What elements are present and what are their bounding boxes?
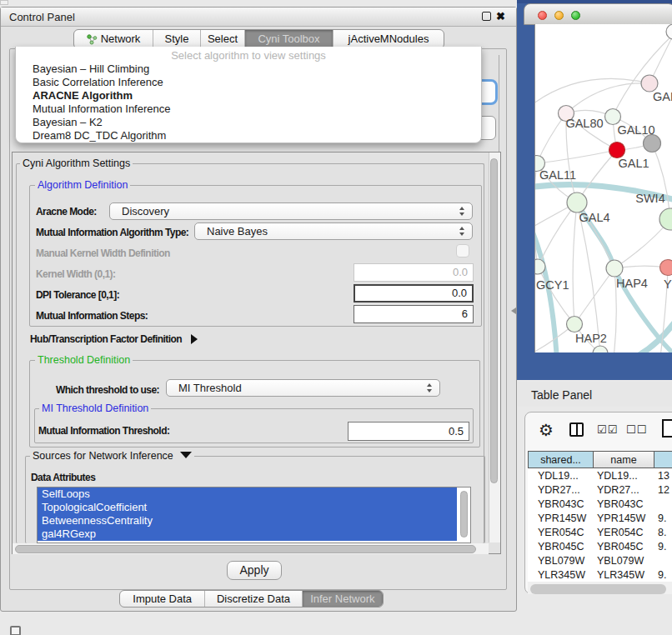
table-cell: YBL079W [528,555,594,567]
control-panel-titlebar[interactable]: Control Panel [1,8,516,27]
tab-cyni-toolbox-label: Cyni Toolbox [258,30,319,48]
table-hscrollbar-thumb[interactable] [530,584,666,594]
network-node-label: HAP2 [575,332,607,345]
dropdown-item[interactable]: Mutual Information Inference [16,102,481,116]
dropdown-item[interactable]: Bayesian – K2 [16,116,481,129]
table-cell: YPR145W [528,512,594,524]
column-header-name[interactable]: name [593,451,654,468]
network-edge[interactable] [574,268,614,324]
network-node[interactable] [593,346,608,352]
kernel-width-field[interactable]: 0.0 [354,263,474,282]
column-header-shared-name-label: shared... [540,454,581,466]
network-edge[interactable] [566,83,649,113]
hub-definition-label: Hub/Transcription Factor Definition [30,333,182,345]
network-node-y[interactable] [660,260,672,276]
attribute-list-item[interactable]: gal4RGexp [38,528,457,541]
network-node[interactable] [644,135,661,152]
table-cell: 9. [654,569,672,581]
table-panel-title: Table Panel [518,382,672,402]
aracne-mode-combo[interactable]: Discovery [109,202,473,220]
mi-type-combo[interactable]: Naive Bayes [194,222,473,240]
mi-type-value: Naive Bayes [207,225,268,238]
hidden-group-edge [499,55,499,155]
attributes-list[interactable]: SelfLoopsTopologicalCoefficientBetweenne… [37,487,471,543]
zoom-traffic-light[interactable] [571,11,580,20]
settings-hscrollbar-thumb[interactable] [15,545,476,553]
algorithm-dropdown[interactable]: Select algorithm to view settings Bayesi… [15,47,482,143]
tab-jactivemnodules[interactable]: jActiveMNodules [333,30,444,48]
tab-infer-network[interactable]: Infer Network [303,591,383,607]
manual-kernel-checkbox[interactable] [456,244,469,258]
mi-type-label: Mutual Information Algorithm Type: [36,227,188,238]
tab-impute-data[interactable]: Impute Data [120,591,205,607]
network-canvas[interactable]: GALGAL80GAL10GAL1GAL11GAL4SWI4HAP4YGCY1H… [534,24,672,352]
network-edge[interactable] [652,143,670,219]
network-node-gal10[interactable] [605,109,621,125]
network-node-gal4[interactable] [567,192,587,212]
tab-cyni-toolbox[interactable]: Cyni Toolbox [245,30,333,48]
tab-discretize-data[interactable]: Discretize Data [205,591,302,607]
kernel-width-label: Kernel Width (0,1): [36,268,115,280]
table-cell: YBR045C [528,541,594,552]
splitter-collapse-icon[interactable] [511,308,516,314]
tab-jactivemnodules-label: jActiveMNodules [349,30,429,48]
tab-select[interactable]: Select [201,30,245,48]
close-traffic-light[interactable] [538,11,547,20]
unselect-all-columns-icon[interactable]: ☐☐ [626,423,647,436]
attribute-list-item[interactable]: SelfLoops [38,488,457,501]
close-icon[interactable]: ✖ [496,12,505,21]
dropdown-item[interactable]: ARACNE Algorithm [16,89,481,102]
attribute-list-item[interactable]: BetweennessCentrality [38,514,457,528]
network-edge[interactable] [573,202,577,324]
which-threshold-combo[interactable]: MI Threshold [166,379,440,397]
network-node-gal1[interactable] [609,142,625,158]
attribute-list-item[interactable]: TopologicalCoefficient [38,501,457,514]
table-row[interactable]: YDL19...YDL19...13 [528,468,672,482]
dpi-field[interactable]: 0.0 [354,284,474,302]
select-all-columns-icon[interactable]: ☑☑ [597,423,618,436]
dropdown-item[interactable]: Dream8 DC_TDC Algorithm [16,129,481,142]
hub-definition-toggle[interactable]: Hub/Transcription Factor Definition [30,333,198,345]
tab-style[interactable]: Style [153,30,201,48]
gear-icon[interactable]: ⚙ [539,420,554,440]
table-row[interactable]: YDR27...YDR27...12 [528,482,672,497]
float-window-icon[interactable] [482,12,491,21]
table-row[interactable]: YBR045CYBR045C9. [528,539,672,553]
apply-button[interactable]: Apply [227,561,282,580]
export-table-icon[interactable] [662,419,672,438]
column-header-partial[interactable] [654,451,672,468]
table-cell: YBR043C [528,498,594,510]
tab-network[interactable]: Network [74,30,153,48]
network-node-hap4[interactable] [606,260,623,277]
table-cell: YER054C [594,527,654,538]
split-view-icon[interactable] [569,422,584,437]
network-node-gal[interactable] [641,75,658,92]
kernel-width-value: 0.0 [453,266,468,278]
dropdown-item[interactable]: Bayesian – Hill Climbing [16,62,481,76]
expand-arrow-icon [191,334,198,344]
cyni-settings-title: Cyni Algorithm Settings [20,158,133,169]
network-node-gcy1[interactable] [535,259,545,274]
network-edge[interactable] [537,150,617,163]
network-node-swi4[interactable] [659,208,672,230]
steps-field[interactable]: 6 [354,305,474,323]
network-edge[interactable] [537,113,566,163]
algorithm-definition-title: Algorithm Definition [35,180,130,191]
dropdown-item[interactable]: Basic Correlation Inference [16,76,481,89]
column-header-shared-name[interactable]: shared... [528,451,594,468]
attributes-list-scrollbar-thumb[interactable] [460,491,468,538]
table-row[interactable]: YER054CYER054C8. [528,525,672,539]
minimize-traffic-light[interactable] [554,11,564,20]
settings-vscrollbar-thumb[interactable] [490,158,498,483]
mi-threshold-field[interactable]: 0.5 [348,422,469,441]
network-node[interactable] [666,24,672,39]
sources-title[interactable]: Sources for Network Inference [30,451,194,462]
table-row[interactable]: YLR345WYLR345W9. [528,568,672,582]
network-node-hap2[interactable] [567,317,583,332]
table-row[interactable]: YPR145WYPR145W9. [528,511,672,525]
table-row[interactable]: YBL079WYBL079W [528,553,672,568]
tab-impute-data-label: Impute Data [133,591,192,607]
restore-panel-icon[interactable] [10,626,21,635]
network-edge[interactable] [613,34,672,116]
table-row[interactable]: YBR043CYBR043C [528,497,672,511]
